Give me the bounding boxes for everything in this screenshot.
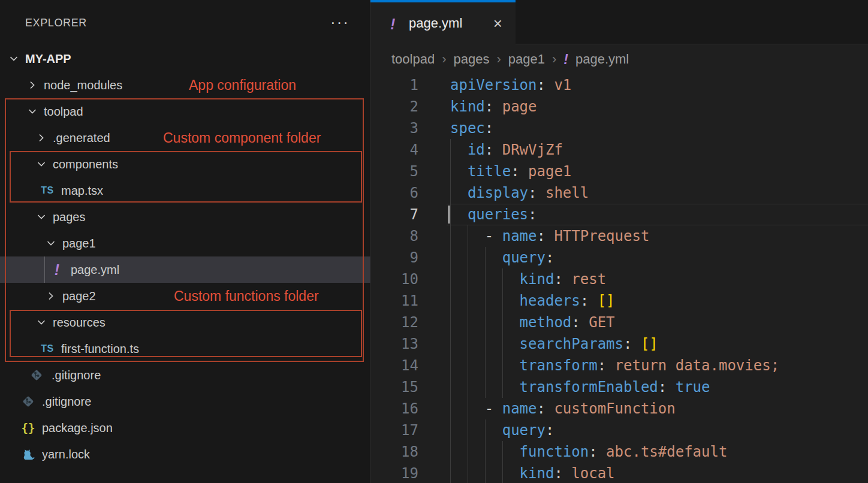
line-number: 11 bbox=[370, 290, 418, 312]
breadcrumb-item-page.yml[interactable]: page.yml bbox=[575, 52, 629, 67]
tree-item-my-app[interactable]: MY-APP bbox=[0, 46, 370, 72]
chevron-down-icon[interactable] bbox=[36, 317, 47, 328]
breadcrumb-separator: › bbox=[552, 52, 556, 67]
code-line-9[interactable]: 9 query: bbox=[370, 247, 868, 268]
code-line-1[interactable]: 1apiVersion: v1 bbox=[370, 74, 868, 96]
code-line-17[interactable]: 17 query: bbox=[370, 419, 868, 441]
chevron-down-icon[interactable] bbox=[36, 159, 47, 170]
code-text: display: shell bbox=[450, 182, 589, 204]
code-line-16[interactable]: 16 - name: customFunction bbox=[370, 398, 868, 419]
code-line-4[interactable]: 4 id: DRwVjZf bbox=[370, 139, 868, 161]
line-number: 19 bbox=[370, 463, 418, 483]
code-line-5[interactable]: 5 title: page1 bbox=[370, 161, 868, 182]
tab-page-yml[interactable]: ! page.yml × bbox=[370, 0, 516, 44]
line-number: 5 bbox=[370, 161, 418, 182]
vscode-window: EXPLORER ··· MY-APPnode_modulesApp confi… bbox=[0, 0, 868, 483]
text-cursor bbox=[448, 206, 450, 224]
file-tree: MY-APPnode_modulesApp configurationtoolp… bbox=[0, 46, 370, 467]
tree-item-label: page2 bbox=[62, 283, 96, 309]
code-line-6[interactable]: 6 display: shell bbox=[370, 182, 868, 204]
line-number: 9 bbox=[370, 247, 418, 268]
tree-item-pages[interactable]: pages bbox=[0, 204, 370, 230]
code-text: - name: HTTPrequest bbox=[450, 225, 649, 247]
ts-icon: TS bbox=[40, 183, 55, 198]
code-text: query: bbox=[450, 247, 554, 268]
code-line-3[interactable]: 3spec: bbox=[370, 117, 868, 139]
code-text: transform: return data.movies; bbox=[450, 355, 779, 376]
line-number: 2 bbox=[370, 96, 418, 117]
code-line-10[interactable]: 10 kind: rest bbox=[370, 268, 868, 290]
tree-item-node-modules[interactable]: node_modulesApp configuration bbox=[0, 72, 370, 98]
tree-item-first-function-ts[interactable]: TSfirst-function.ts bbox=[0, 336, 370, 362]
annotation-label: Custom functions folder bbox=[174, 283, 319, 309]
code-text: searchParams: [] bbox=[450, 333, 658, 355]
tree-item-gitignore[interactable]: .gitignore bbox=[0, 362, 370, 388]
tree-item-map-tsx[interactable]: TSmap.tsx bbox=[0, 177, 370, 204]
code-text: transformEnabled: true bbox=[450, 376, 710, 398]
tree-item-label: page.yml bbox=[71, 256, 119, 283]
chevron-right-icon[interactable] bbox=[36, 132, 47, 143]
more-actions-icon[interactable]: ··· bbox=[330, 14, 349, 30]
code-line-11[interactable]: 11 headers: [] bbox=[370, 290, 868, 312]
tree-item-label: pages bbox=[53, 204, 86, 230]
code-area[interactable]: 1apiVersion: v12kind: page3spec:4 id: DR… bbox=[370, 74, 868, 483]
tree-item-components[interactable]: components bbox=[0, 151, 370, 177]
code-text: spec: bbox=[450, 117, 493, 139]
tree-item-page-yml[interactable]: !page.yml bbox=[0, 256, 370, 283]
code-text: kind: rest bbox=[450, 268, 606, 290]
tree-item-gitignore[interactable]: .gitignore bbox=[0, 388, 370, 415]
tree-item-page1[interactable]: page1 bbox=[0, 230, 370, 256]
tree-item-page2[interactable]: page2Custom functions folder bbox=[0, 283, 370, 309]
tree-item-toolpad[interactable]: toolpad bbox=[0, 98, 370, 125]
tree-item-yarn-lock[interactable]: yarn.lock bbox=[0, 441, 370, 467]
breadcrumb-item-page1[interactable]: page1 bbox=[508, 52, 545, 67]
annotation-label: Custom component folder bbox=[163, 125, 321, 151]
code-line-7[interactable]: 7 queries: bbox=[370, 204, 868, 225]
code-text: id: DRwVjZf bbox=[450, 139, 563, 161]
breadcrumb-item-toolpad[interactable]: toolpad bbox=[391, 52, 435, 67]
code-text: kind: page bbox=[450, 96, 537, 117]
code-text: function: abc.ts#default bbox=[450, 441, 727, 463]
breadcrumb: toolpad›pages›page1›!page.yml bbox=[370, 44, 868, 74]
chevron-down-icon[interactable] bbox=[46, 238, 56, 249]
line-number: 6 bbox=[370, 182, 418, 204]
chevron-down-icon[interactable] bbox=[8, 53, 19, 64]
ts-icon: TS bbox=[40, 341, 55, 357]
chevron-right-icon[interactable] bbox=[46, 291, 56, 301]
tab-label: page.yml bbox=[409, 2, 462, 44]
tree-item-label: .gitignore bbox=[52, 362, 101, 388]
explorer-sidebar: EXPLORER ··· MY-APPnode_modulesApp confi… bbox=[0, 0, 370, 483]
code-line-8[interactable]: 8 - name: HTTPrequest bbox=[370, 225, 868, 247]
warning-icon: ! bbox=[563, 52, 568, 68]
breadcrumb-item-pages[interactable]: pages bbox=[454, 52, 490, 67]
code-line-13[interactable]: 13 searchParams: [] bbox=[370, 333, 868, 355]
tree-item-package-json[interactable]: {}package.json bbox=[0, 415, 370, 441]
tab-bar: ! page.yml × bbox=[370, 0, 868, 44]
explorer-title: EXPLORER bbox=[25, 17, 87, 29]
code-line-19[interactable]: 19 kind: local bbox=[370, 463, 868, 483]
tree-item-label: map.tsx bbox=[61, 177, 103, 204]
code-line-12[interactable]: 12 method: GET bbox=[370, 312, 868, 333]
code-line-2[interactable]: 2kind: page bbox=[370, 96, 868, 117]
close-icon[interactable]: × bbox=[493, 2, 502, 44]
chevron-down-icon[interactable] bbox=[27, 106, 38, 117]
tree-item-label: page1 bbox=[62, 230, 96, 256]
code-text: title: page1 bbox=[450, 161, 571, 182]
tree-item-label: components bbox=[53, 151, 118, 177]
breadcrumb-separator: › bbox=[496, 52, 501, 67]
tree-indent-guide bbox=[44, 256, 45, 283]
tree-item-resources[interactable]: resources bbox=[0, 309, 370, 336]
chevron-down-icon[interactable] bbox=[36, 212, 47, 222]
tree-item-generated[interactable]: .generatedCustom component folder bbox=[0, 125, 370, 151]
chevron-right-icon[interactable] bbox=[27, 80, 38, 90]
code-line-15[interactable]: 15 transformEnabled: true bbox=[370, 376, 868, 398]
tree-item-label: MY-APP bbox=[25, 46, 71, 72]
code-line-14[interactable]: 14 transform: return data.movies; bbox=[370, 355, 868, 376]
tree-item-label: node_modules bbox=[44, 72, 122, 98]
tree-item-label: resources bbox=[53, 309, 106, 336]
git-icon bbox=[20, 394, 36, 409]
line-number: 1 bbox=[370, 74, 418, 96]
line-number: 10 bbox=[370, 268, 418, 290]
code-text: kind: local bbox=[450, 463, 615, 483]
code-line-18[interactable]: 18 function: abc.ts#default bbox=[370, 441, 868, 463]
